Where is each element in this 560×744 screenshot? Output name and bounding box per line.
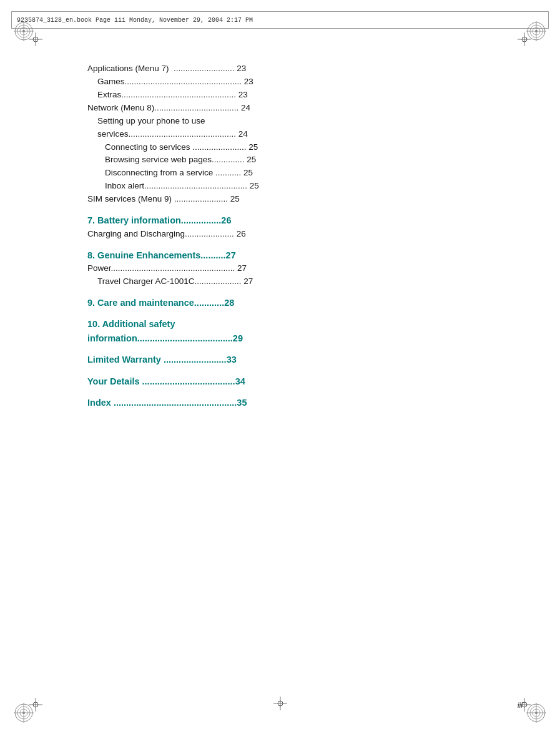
toc-label-extras: Extras..................................…	[97, 89, 238, 102]
toc-page-power: 27	[237, 262, 247, 275]
toc-label-disconnecting: Disconnecting from a service ...........	[105, 167, 243, 180]
toc-page-network: 24	[241, 102, 250, 115]
toc-page-sim-services: 25	[230, 193, 240, 206]
toc-page-applications: 23	[237, 62, 246, 76]
toc-entry-charging: Charging and Discharging................…	[87, 228, 473, 241]
toc-label-inbox-alert: Inbox alert.............................…	[105, 180, 250, 193]
toc-label-limited-warranty: Limited Warranty .......................…	[87, 353, 227, 366]
toc-entry-games: Games...................................…	[87, 76, 473, 89]
toc-entry-travel-charger: Travel Charger AC-1001C.................…	[87, 275, 473, 288]
toc-label-applications: Applications (Menu 7) ..................…	[87, 62, 237, 76]
toc-page-travel-charger: 27	[243, 275, 253, 288]
toc-content: Applications (Menu 7) ..................…	[87, 62, 473, 682]
toc-entry-index: Index ..................................…	[87, 396, 473, 409]
toc-label-battery-info: 7. Battery information................	[87, 213, 221, 227]
crosshair-bl	[29, 698, 42, 712]
toc-entry-genuine: 8. Genuine Enhancements.......... 27	[87, 248, 473, 262]
toc-label-sim-services: SIM services (Menu 9) ..................…	[87, 193, 230, 206]
toc-table: Applications (Menu 7) ..................…	[87, 62, 473, 410]
toc-entry-inbox-alert: Inbox alert.............................…	[87, 180, 473, 193]
toc-page-information: 29	[233, 331, 243, 345]
toc-entry-disconnecting: Disconnecting from a service ...........…	[87, 167, 473, 180]
toc-entry-your-details: Your Details ...........................…	[87, 374, 473, 388]
header-bar: 9235874_3128_en.book Page iii Monday, No…	[11, 11, 549, 29]
bottom-center-crosshair	[273, 697, 287, 713]
toc-page-charging: 26	[237, 228, 246, 241]
toc-entry-services: services................................…	[87, 128, 473, 141]
toc-page-limited-warranty: 33	[227, 353, 237, 366]
crosshair-tr	[518, 32, 531, 46]
toc-entry-extras: Extras..................................…	[87, 89, 473, 102]
toc-label-network: Network (Menu 8)........................…	[87, 102, 241, 115]
toc-entry-additional-safety: 10. Additional safety	[87, 317, 473, 331]
toc-entry-power: Power...................................…	[87, 262, 473, 275]
toc-label-additional-safety: 10. Additional safety	[87, 317, 175, 331]
toc-label-information: information.............................…	[87, 331, 233, 345]
header-text: 9235874_3128_en.book Page iii Monday, No…	[17, 17, 253, 24]
toc-page-your-details: 34	[235, 374, 245, 388]
toc-label-power: Power...................................…	[87, 262, 237, 275]
toc-page-games: 23	[244, 76, 253, 89]
toc-entry-limited-warranty: Limited Warranty .......................…	[87, 353, 473, 366]
toc-entry-network: Network (Menu 8)........................…	[87, 102, 473, 115]
toc-label-index: Index ..................................…	[87, 396, 237, 409]
toc-label-games: Games...................................…	[97, 76, 244, 89]
toc-label-setting-up: Setting up your phone to use	[97, 115, 205, 128]
toc-page-disconnecting: 25	[243, 167, 253, 180]
toc-page-browsing: 25	[247, 154, 256, 167]
toc-page-battery-info: 26	[221, 213, 231, 227]
toc-page-inbox-alert: 25	[250, 180, 259, 193]
toc-label-travel-charger: Travel Charger AC-1001C.................…	[97, 275, 243, 288]
toc-page-index: 35	[237, 396, 247, 409]
toc-label-connecting: Connecting to services .................…	[105, 141, 248, 154]
page: 9235874_3128_en.book Page iii Monday, No…	[0, 0, 560, 744]
toc-label-genuine: 8. Genuine Enhancements..........	[87, 248, 226, 262]
toc-entry-browsing: Browsing service web pages..............…	[87, 154, 473, 167]
page-number: iii	[518, 701, 523, 710]
toc-page-extras: 23	[238, 89, 248, 102]
toc-label-your-details: Your Details ...........................…	[87, 374, 235, 388]
toc-entry-connecting: Connecting to services .................…	[87, 141, 473, 154]
toc-entry-care: 9. Care and maintenance............ 28	[87, 296, 473, 310]
toc-page-connecting: 25	[248, 141, 258, 154]
toc-label-browsing: Browsing service web pages..............	[105, 154, 247, 167]
crosshair-tl	[29, 32, 42, 46]
toc-entry-information: information.............................…	[87, 331, 473, 345]
toc-page-care: 28	[224, 296, 234, 310]
toc-label-services: services................................…	[97, 128, 238, 141]
toc-page-services: 24	[238, 128, 248, 141]
toc-page-genuine: 27	[226, 248, 236, 262]
toc-entry-battery-info: 7. Battery information................ 2…	[87, 213, 473, 227]
toc-entry-sim-services: SIM services (Menu 9) ..................…	[87, 193, 473, 206]
toc-label-care: 9. Care and maintenance............	[87, 296, 224, 310]
toc-entry-applications: Applications (Menu 7) ..................…	[87, 62, 473, 76]
toc-label-charging: Charging and Discharging................…	[87, 228, 237, 241]
toc-entry-setting-up: Setting up your phone to use	[87, 115, 473, 128]
